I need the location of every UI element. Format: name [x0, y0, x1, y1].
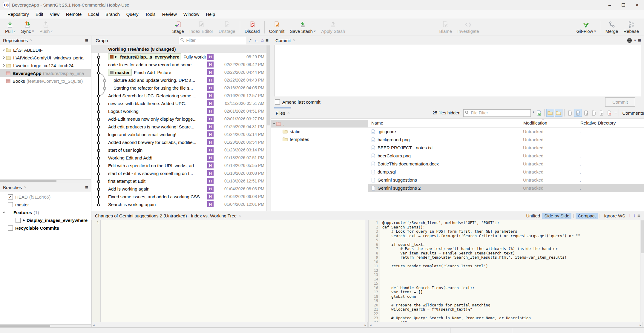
close-icon[interactable]: × [239, 213, 241, 218]
view-mode-side-by-side[interactable]: Side by Side [542, 213, 571, 219]
save-stash-button[interactable]: Save Stash∨ [287, 20, 318, 34]
globe-icon[interactable] [627, 38, 632, 43]
menu-tools[interactable]: Tools [142, 12, 159, 17]
branch-item[interactable]: master [0, 201, 91, 208]
commit-row[interactable]: masterFinish Add_PictureH02/22/2026 04:4… [91, 68, 267, 76]
panel-menu-icon[interactable]: ≡ [637, 213, 640, 218]
branch-checkbox[interactable] [8, 202, 13, 207]
maximize-button[interactable]: ☐ [617, 0, 630, 10]
home-icon[interactable]: ⌂ [261, 37, 264, 43]
menu-edit[interactable]: Edit [32, 12, 47, 17]
regex-toggle-button[interactable]: .* [248, 38, 252, 43]
show-unchanged-files-icon[interactable] [566, 109, 574, 116]
menu-local[interactable]: Local [85, 12, 102, 17]
panel-menu-icon[interactable]: ≡ [85, 38, 88, 43]
graph-vscrollbar[interactable] [266, 45, 270, 211]
chevron-down-icon[interactable]: ∨ [634, 39, 636, 42]
stage-button[interactable]: Stage [170, 20, 187, 34]
commit-row[interactable]: ▶feature/Disp...s_everywhereFully workin… [91, 53, 267, 61]
commit-row[interactable]: Add edit producers is now working! Searc… [91, 123, 267, 131]
branch-item[interactable]: ▶Display_images_everywhere [0, 216, 91, 224]
scroll-right-icon[interactable]: ▸ [364, 323, 366, 327]
commit-row[interactable]: Fixed some issues, and added a working C… [91, 193, 267, 200]
menu-review[interactable]: Review [159, 12, 180, 17]
repository-item[interactable]: BeverageApp(feature/Display_ima [0, 69, 91, 77]
directory-item[interactable]: . [271, 120, 368, 128]
rebase-button[interactable]: Rebase [621, 20, 642, 34]
chevron-down-icon[interactable] [272, 122, 276, 125]
menu-repository[interactable]: Repository [4, 12, 32, 17]
commit-message-input[interactable] [274, 45, 641, 98]
close-icon[interactable]: × [293, 38, 295, 43]
close-icon[interactable]: × [30, 38, 32, 43]
commit-row[interactable]: Starting the refactor for using the file… [91, 84, 267, 92]
scroll-right-icon[interactable]: ▸ [640, 323, 641, 327]
git-flow-button[interactable]: Git-Flow∨ [574, 20, 599, 34]
commit-row[interactable]: start of user loginH01/23/2026 03:14 PM [91, 146, 267, 154]
unstage-button[interactable]: Unstage [216, 20, 238, 34]
next-change-icon[interactable]: ↓ [633, 213, 636, 218]
branch-checkbox[interactable] [16, 218, 21, 223]
repository-item[interactable]: I:\AIVideo\ComfyUI_windows_porta [0, 54, 91, 62]
branch-checkbox[interactable] [6, 210, 11, 215]
regex-toggle-button[interactable]: .* [531, 111, 535, 115]
commit-row[interactable]: Add is working againH01/04/2026 08:03 PM [91, 185, 267, 193]
show-staged-files-icon[interactable] [590, 109, 597, 116]
column-header-name[interactable]: Name [368, 120, 521, 125]
commit-row[interactable]: Added second brewery for collabs, modifi… [91, 138, 267, 146]
file-row[interactable]: beerColours.pngUntracked. [368, 152, 644, 160]
tab-comments[interactable]: Comments [620, 111, 644, 116]
chevron-down-icon[interactable] [2, 211, 6, 214]
ignore-whitespace-toggle[interactable]: Ignore WS [602, 213, 627, 219]
view-mode-unified[interactable]: Unified [524, 213, 542, 219]
commit-button[interactable]: Commit [266, 20, 287, 34]
branch-item[interactable]: Features(1) [0, 208, 91, 216]
branch-checkbox[interactable] [8, 225, 13, 231]
close-button[interactable]: ✕ [630, 0, 644, 10]
commit-row[interactable]: code fixes for add a new record and some… [91, 61, 267, 68]
diff-right-hscrollbar[interactable]: ◂ ▸ [368, 322, 643, 328]
pull-button[interactable]: Pull∨ [2, 20, 18, 34]
sync-button[interactable]: Sync∨ [18, 20, 37, 34]
branch-checkbox[interactable] [8, 194, 13, 200]
repository-item[interactable]: Books(feature/Convert_to_SQLite) [0, 77, 91, 85]
blame-button[interactable]: Blame [437, 20, 455, 34]
diff-left-hscrollbar[interactable]: ◂ ▸ [91, 322, 368, 328]
chevron-right-icon[interactable] [2, 64, 6, 67]
repository-item[interactable]: I:\webui_forge_cu124_torch24 [0, 62, 91, 69]
directory-item[interactable]: static [271, 128, 368, 135]
commit-row[interactable]: first attempt at EditH01/18/2026 12:51 P… [91, 177, 267, 185]
menu-remote[interactable]: Remote [63, 12, 85, 17]
commit-row[interactable]: Logout workingH02/01/2026 04:51 PM [91, 107, 267, 115]
show-modified-files-icon[interactable] [598, 109, 605, 116]
file-row[interactable]: Gemini suggestionsUntracked. [368, 176, 644, 184]
collapse-folders-icon[interactable] [555, 109, 562, 117]
show-missing-files-icon[interactable] [606, 109, 613, 116]
expand-folders-icon[interactable] [546, 109, 554, 117]
menu-window[interactable]: Window [180, 12, 203, 17]
repositories-hscrollbar[interactable] [0, 179, 91, 183]
panel-menu-icon[interactable]: ≡ [614, 111, 617, 116]
file-row[interactable]: background.pngUntracked. [368, 136, 644, 144]
menu-query[interactable]: Query [123, 12, 142, 17]
merge-button[interactable]: Merge [603, 20, 621, 34]
scroll-left-icon[interactable]: ◂ [93, 323, 95, 327]
show-ignored-files-icon[interactable] [582, 109, 590, 116]
commit-row[interactable]: start of edit - it is showing something … [91, 169, 267, 177]
commit-row[interactable]: new css with black theme. Added UPC.H02/… [91, 99, 267, 107]
commit-row[interactable]: Added Search for UPC. Refactoring some .… [91, 92, 267, 99]
view-mode-compact[interactable]: Compact [576, 213, 598, 219]
diff-right-pane[interactable]: 123456789101112131415161718192021222324 … [368, 220, 640, 323]
diff-left-pane[interactable]: 1 [91, 220, 365, 323]
commit-row[interactable]: Add-Edit menus now only display for logg… [91, 115, 267, 123]
chevron-right-icon[interactable] [2, 56, 6, 59]
previous-change-icon[interactable]: ↑ [628, 213, 631, 218]
commit-row[interactable]: Edit with a specific id on the URL works… [91, 162, 267, 169]
column-header-relative-directory[interactable]: Relative Directory [578, 120, 644, 125]
file-row[interactable]: Gemini suggestions 2Untracked. [368, 184, 644, 192]
file-row[interactable]: BEER PROJECT - notes.txtUntracked. [368, 144, 644, 152]
investigate-button[interactable]: Investigate [455, 20, 482, 34]
commit-row[interactable]: Working Tree/Index (8 changed) [91, 45, 267, 53]
panel-menu-icon[interactable]: ≡ [638, 38, 641, 43]
directory-item[interactable]: templates [271, 135, 368, 143]
